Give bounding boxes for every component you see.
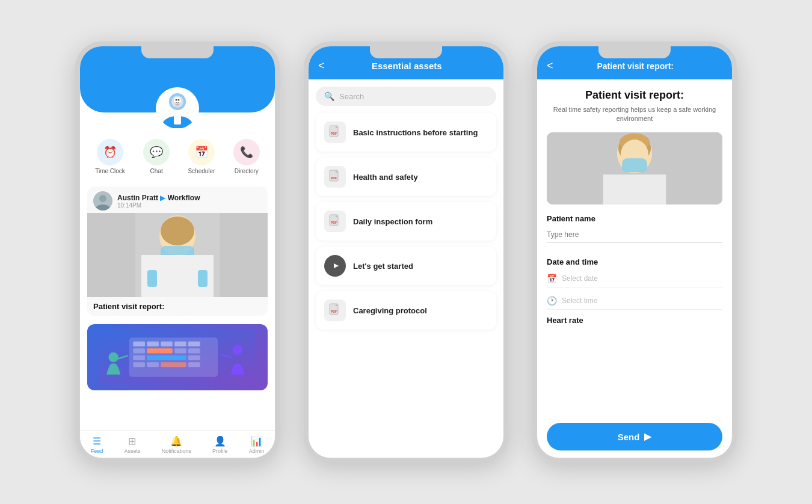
time-row[interactable]: 🕐 Select time	[547, 292, 722, 310]
play-icon	[324, 255, 346, 277]
time-clock-circle: ⏰	[97, 139, 123, 165]
svg-rect-26	[174, 348, 186, 353]
svg-rect-5	[174, 115, 181, 124]
patient-name-input[interactable]	[547, 227, 722, 243]
svg-rect-27	[188, 348, 200, 353]
report-title: Patient visit report:	[547, 89, 722, 102]
report-subtitle: Real time safety reporting helps us keep…	[547, 105, 722, 124]
svg-rect-31	[133, 362, 145, 367]
nav-admin[interactable]: 📊 Admin	[249, 435, 265, 454]
list-item[interactable]: PDF Basic instructions before starting	[316, 113, 496, 152]
svg-text:PDF: PDF	[331, 310, 337, 313]
list-item[interactable]: PDF Caregiving protocol	[316, 291, 496, 330]
search-bar[interactable]: 🔍 Search	[316, 87, 496, 106]
search-placeholder: Search	[339, 92, 364, 101]
nav-feed-label: Feed	[91, 448, 103, 454]
icon-directory[interactable]: 📞 Directory	[233, 139, 260, 174]
svg-text:PDF: PDF	[331, 132, 337, 135]
list-item[interactable]: PDF Daily inspection form	[316, 202, 496, 241]
send-icon: ▶	[644, 431, 651, 442]
nav-profile-label: Profile	[212, 448, 228, 454]
pdf-icon-2: PDF	[324, 166, 346, 188]
asset-item-label-4: Let's get started	[353, 262, 413, 271]
nav-feed[interactable]: ☰ Feed	[91, 435, 103, 454]
directory-circle: 📞	[233, 139, 260, 165]
svg-point-7	[99, 195, 106, 202]
icon-scheduler[interactable]: 📅 Scheduler	[188, 139, 215, 174]
svg-point-35	[108, 352, 118, 362]
svg-rect-30	[188, 355, 200, 360]
patient-name-label: Patient name	[547, 214, 722, 223]
asset-item-label-1: Basic instructions before starting	[353, 128, 478, 137]
phone3-back-button[interactable]: <	[547, 60, 553, 72]
patient-name-section: Patient name	[547, 214, 722, 251]
nav-assets[interactable]: ⊞ Assets	[124, 435, 140, 454]
admin-nav-icon: 📊	[251, 435, 263, 447]
avatar	[156, 87, 199, 131]
feed-user-name: Austin Pratt ▶ Workflow	[117, 194, 200, 202]
asset-item-label-2: Health and safety	[353, 173, 418, 182]
notch-2	[370, 46, 442, 58]
svg-rect-22	[174, 342, 186, 346]
svg-rect-20	[147, 342, 159, 346]
svg-rect-16	[198, 270, 208, 287]
clock-icon: 🕐	[547, 296, 557, 306]
report-image	[547, 132, 722, 204]
notifications-nav-icon: 🔔	[170, 435, 182, 447]
notch-1	[141, 46, 214, 58]
scheduler-icon: 📅	[195, 146, 208, 159]
chat-icon: 💬	[150, 146, 163, 159]
date-row[interactable]: 📅 Select date	[547, 270, 722, 287]
nav-admin-label: Admin	[249, 448, 265, 454]
svg-rect-33	[161, 362, 186, 367]
scheduler-label: Scheduler	[188, 168, 215, 174]
svg-point-36	[233, 345, 242, 355]
time-clock-icon: ⏰	[103, 146, 117, 159]
chat-label: Chat	[150, 168, 163, 174]
svg-rect-24	[133, 348, 145, 353]
assets-nav-icon: ⊞	[128, 435, 136, 447]
icon-chat[interactable]: 💬 Chat	[143, 139, 170, 174]
list-item[interactable]: Let's get started	[316, 247, 496, 285]
svg-rect-32	[147, 362, 159, 367]
notch-3	[598, 46, 671, 58]
feed-user-info: Austin Pratt ▶ Workflow 10:14PM	[117, 194, 200, 209]
feed-card-title: Patient visit report:	[87, 297, 268, 316]
asset-item-label-5: Caregiving protocol	[353, 306, 427, 315]
nav-notifications[interactable]: 🔔 Notifications	[162, 435, 191, 454]
phone3-content: Patient visit report: Real time safety r…	[537, 79, 732, 418]
svg-point-11	[161, 217, 194, 245]
time-placeholder: Select time	[562, 297, 597, 305]
svg-rect-21	[161, 342, 173, 346]
profile-nav-icon: 👤	[214, 435, 226, 447]
feed-nav-icon: ☰	[93, 435, 101, 447]
phone2-back-button[interactable]: <	[318, 60, 325, 72]
pdf-icon-5: PDF	[324, 300, 346, 321]
svg-rect-15	[147, 270, 157, 287]
svg-rect-34	[188, 362, 200, 367]
phone-3: < Patient visit report: Patient visit re…	[532, 41, 737, 463]
svg-rect-25	[147, 348, 173, 353]
time-clock-label: Time Clock	[95, 168, 125, 174]
svg-text:PDF: PDF	[331, 176, 337, 180]
svg-rect-23	[188, 342, 200, 346]
send-button[interactable]: Send ▶	[547, 423, 722, 450]
scheduler-circle: 📅	[188, 139, 215, 165]
workflow-arrow-icon: ▶	[160, 194, 167, 202]
feed-user-avatar	[93, 191, 112, 211]
nav-profile[interactable]: 👤 Profile	[212, 435, 228, 454]
icon-time-clock[interactable]: ⏰ Time Clock	[95, 139, 125, 174]
heart-rate-section: Heart rate	[547, 316, 722, 325]
directory-label: Directory	[235, 168, 259, 174]
feed-image	[87, 213, 268, 297]
list-item[interactable]: PDF Health and safety	[316, 158, 496, 196]
send-button-label: Send	[618, 432, 640, 442]
asset-list: PDF Basic instructions before starting P…	[309, 113, 503, 458]
pdf-icon-1: PDF	[324, 121, 346, 143]
svg-point-3	[176, 99, 177, 101]
feed-card-2	[87, 324, 268, 390]
date-time-section: Date and time 📅 Select date 🕐 Select tim…	[547, 257, 722, 310]
nav-notifications-label: Notifications	[162, 448, 191, 454]
calendar-illustration	[87, 324, 268, 390]
date-time-label: Date and time	[547, 257, 722, 266]
